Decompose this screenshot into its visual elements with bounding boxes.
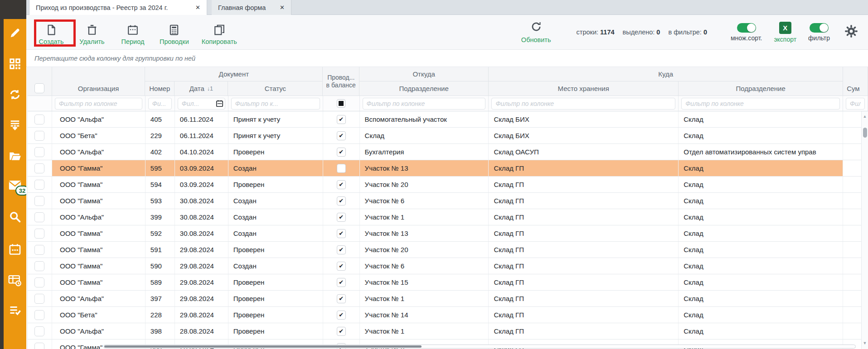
cell-storage[interactable]: Склад ГП (489, 209, 679, 225)
row-select-checkbox[interactable] (34, 245, 44, 255)
cell-posted[interactable]: ✔ (323, 209, 360, 225)
table-row[interactable]: ООО "Гамма"58929.08.2024Проверен✔Участок… (28, 274, 868, 291)
refresh-button[interactable]: Обновить (521, 21, 551, 43)
table-row[interactable]: ООО "Альфа"40506.11.2024Принят к учету✔В… (28, 111, 868, 128)
posted-checkbox[interactable]: ✔ (337, 229, 346, 238)
cell-org[interactable]: ООО "Гамма" (52, 160, 145, 176)
cell-status[interactable]: Создан (228, 225, 323, 241)
row-select-checkbox[interactable] (34, 196, 44, 206)
posted-checkbox[interactable]: ✔ (337, 327, 346, 336)
cell-posted[interactable]: ✔ (323, 307, 360, 323)
cell-posted[interactable] (323, 160, 360, 176)
posted-checkbox[interactable]: ✔ (337, 180, 346, 189)
cell-posted[interactable]: ✔ (323, 242, 360, 258)
storage-filter-input[interactable] (491, 98, 675, 110)
cell-status[interactable]: Проверен (228, 291, 323, 306)
posted-checkbox[interactable] (337, 164, 346, 173)
cell-status[interactable]: Проверен (228, 274, 323, 290)
cell-select[interactable] (28, 258, 52, 274)
cell-from-dept[interactable]: Участок № 20 (360, 177, 489, 192)
cell-to-dept[interactable]: Склад (679, 323, 843, 339)
cell-number[interactable]: 399 (145, 209, 175, 225)
tab-close-icon[interactable]: ✕ (195, 4, 200, 11)
column-header-org[interactable]: Организация (52, 67, 145, 96)
cell-posted[interactable]: ✔ (323, 177, 360, 192)
cell-status[interactable]: Создан (228, 160, 323, 176)
column-header-date[interactable]: Дата ↓1 (175, 81, 228, 96)
cell-storage[interactable]: Склад ГП (489, 177, 679, 192)
cell-select[interactable] (28, 225, 52, 241)
column-header-to-dept[interactable]: Подразделение (679, 81, 843, 96)
horizontal-scroll-thumb[interactable] (104, 345, 422, 348)
cell-posted[interactable]: ✔ (323, 323, 360, 339)
cell-storage[interactable]: Склад ГП (489, 225, 679, 241)
row-select-checkbox[interactable] (34, 229, 44, 239)
cell-org[interactable]: ООО "Бета" (52, 128, 145, 143)
cell-posted[interactable]: ✔ (323, 258, 360, 274)
cell-status[interactable]: Проверен (228, 242, 323, 258)
cell-from-dept[interactable]: Участок № 20 (360, 242, 489, 258)
column-header-sum[interactable]: Сум (843, 67, 868, 96)
qr-code-icon[interactable] (4, 56, 26, 72)
row-select-checkbox[interactable] (34, 131, 44, 141)
tab-prihod-reestr[interactable]: Приход из производства - Реестр за 2024 … (29, 0, 207, 15)
row-select-checkbox[interactable] (34, 294, 44, 304)
date-picker-icon[interactable] (216, 100, 223, 109)
print-queue-icon[interactable] (4, 118, 26, 133)
cell-number[interactable]: 229 (145, 128, 175, 143)
table-row[interactable]: ООО "Альфа"39930.08.2024Создан✔Участок №… (28, 209, 868, 225)
cell-storage[interactable]: Склад ГП (489, 160, 679, 176)
cell-storage[interactable]: Склад ГП (489, 274, 679, 290)
column-header-number[interactable]: Номер (145, 81, 175, 96)
row-select-checkbox[interactable] (34, 310, 44, 320)
cell-to-dept[interactable]: Склад (679, 111, 843, 127)
cell-select[interactable] (28, 193, 52, 209)
period-button[interactable]: Период (119, 24, 147, 45)
cell-from-dept[interactable]: Бухгалтерия (360, 144, 489, 160)
cell-org[interactable]: ООО "Альфа" (52, 323, 145, 339)
row-select-checkbox[interactable] (34, 326, 44, 336)
postings-button[interactable]: Проводки (160, 24, 189, 45)
scroll-down-icon[interactable]: ▼ (862, 341, 868, 345)
cell-number[interactable]: 397 (145, 291, 175, 306)
report-icon[interactable] (4, 273, 26, 288)
row-select-checkbox[interactable] (34, 163, 44, 173)
sort-indicator[interactable]: ↓1 (207, 86, 213, 92)
cell-to-dept[interactable]: Склад (679, 177, 843, 192)
posted-checkbox[interactable]: ✔ (337, 278, 346, 287)
cell-date[interactable]: 29.08.2024 (175, 274, 228, 290)
posted-filter-checkbox[interactable] (337, 99, 345, 108)
cell-to-dept[interactable]: Склад (679, 307, 843, 323)
cell-date[interactable]: 03.09.2024 (175, 160, 228, 176)
table-row[interactable]: ООО "Бета"22829.08.2024Проверен✔Участок … (28, 307, 868, 323)
table-row[interactable]: ООО "Гамма"59330.08.2024Создан✔Участок №… (28, 193, 868, 209)
cell-to-dept[interactable]: Склад (679, 291, 843, 306)
cell-status[interactable]: Создан (228, 258, 323, 274)
row-select-checkbox[interactable] (34, 261, 44, 271)
cell-storage[interactable]: Склад ОАСУП (489, 144, 679, 160)
column-header-status[interactable]: Статус (228, 81, 323, 96)
cell-select[interactable] (28, 209, 52, 225)
sync-icon[interactable] (4, 87, 26, 102)
row-select-checkbox[interactable] (34, 212, 44, 222)
edit-pencil-icon[interactable] (4, 25, 26, 41)
cell-status[interactable]: Проверен (228, 307, 323, 323)
cell-select[interactable] (28, 160, 52, 176)
cell-status[interactable]: Проверен (228, 323, 323, 339)
cell-select[interactable] (28, 144, 52, 160)
grouping-drop-zone[interactable]: Перетащите сюда колонку для группировки … (26, 50, 868, 67)
cell-posted[interactable]: ✔ (323, 111, 360, 127)
cell-date[interactable]: 30.08.2024 (175, 209, 228, 225)
cell-date[interactable]: 29.08.2024 (175, 307, 228, 323)
cell-posted[interactable]: ✔ (323, 274, 360, 290)
table-row[interactable]: ООО "Гамма"59129.08.2024Проверен✔Участок… (28, 242, 868, 258)
cell-date[interactable]: 06.11.2024 (175, 111, 228, 127)
posted-checkbox[interactable]: ✔ (337, 115, 346, 124)
cell-posted[interactable]: ✔ (323, 225, 360, 241)
cell-date[interactable]: 03.09.2024 (175, 177, 228, 192)
cell-number[interactable]: 405 (145, 111, 175, 127)
cell-date[interactable]: 29.08.2024 (175, 291, 228, 306)
row-select-checkbox[interactable] (34, 277, 44, 287)
cell-posted[interactable]: ✔ (323, 193, 360, 209)
table-row[interactable]: ООО "Альфа"39828.08.2024Проверен✔Участок… (28, 323, 868, 339)
